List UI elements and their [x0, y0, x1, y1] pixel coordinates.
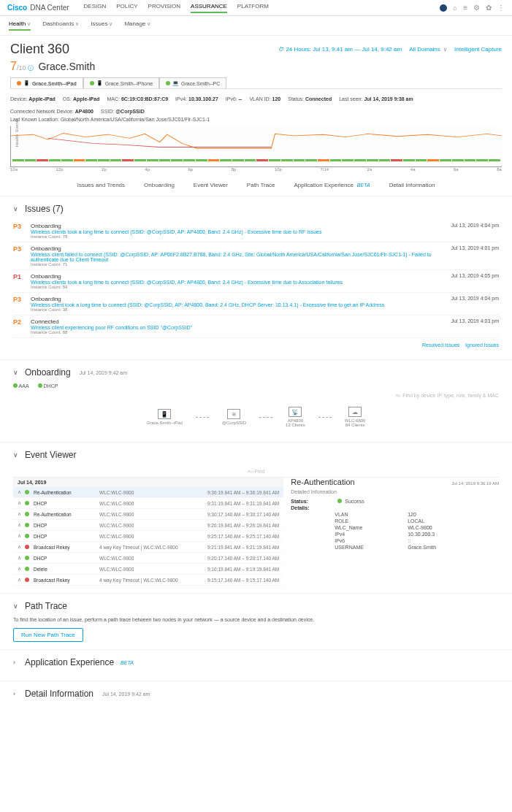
issue-row[interactable]: P3OnboardingWireless clients took a long… [13, 220, 499, 242]
collapse-toggle[interactable]: ∨ [13, 369, 20, 376]
issue-link[interactable]: Wireless clients took a long time to con… [31, 229, 433, 234]
nav-policy[interactable]: POLICY [116, 3, 137, 13]
event-detail-panel: Re-Authentication Jul 14, 2019 9:36:19 A… [291, 478, 499, 586]
issue-row[interactable]: P3OnboardingWireless client failed to co… [13, 242, 499, 270]
tab-pc[interactable]: 💻 Grace.Smith--PC [159, 77, 226, 88]
health-chart[interactable]: Health Events [10, 126, 502, 167]
resolved-issues-link[interactable]: Resolved Issues [422, 342, 459, 348]
device-meta-item: SSID: @CorpSSID [101, 109, 145, 114]
detail-kv: USERNAMEGrace.Smith [335, 545, 499, 550]
expand-icon[interactable]: ∧ [18, 522, 25, 528]
tab-ipad[interactable]: 📱 Grace.Smith--iPad [10, 77, 83, 88]
domain-selector[interactable]: All Domains ∨ [409, 46, 447, 53]
nav-design[interactable]: DESIGN [84, 3, 107, 13]
section-title: Path Trace [25, 601, 67, 611]
expand-icon[interactable]: ∧ [18, 577, 25, 583]
event-row[interactable]: ∧Re-AuthenticationWLC:WLC-98009:36:19.84… [13, 487, 283, 498]
issue-row[interactable]: P2ConnectedWireless client experiencing … [13, 315, 499, 338]
section-nav-item[interactable]: Issues and Trends [77, 182, 125, 188]
collapse-toggle[interactable]: › [13, 690, 20, 697]
issue-row[interactable]: P1OnboardingWireless clients took a long… [13, 270, 499, 293]
tab-iphone[interactable]: 📱 Grace.Smith--iPhone [83, 77, 159, 88]
collapse-toggle[interactable]: ∨ [13, 451, 20, 459]
ignored-issues-link[interactable]: Ignored Issues [465, 342, 499, 348]
help-icon[interactable]: ✿ [486, 4, 492, 12]
nav-provision[interactable]: PROVISION [148, 3, 180, 13]
expand-icon[interactable]: ∧ [18, 500, 25, 506]
beta-tag: BETA [121, 660, 134, 665]
topo-node-ap[interactable]: 📡AP480012 Clients [286, 407, 305, 427]
top-bar: Cisco DNA Center DESIGN POLICY PROVISION… [0, 0, 512, 16]
expand-icon[interactable]: ∧ [18, 489, 25, 495]
status-dot-icon [90, 81, 94, 85]
section-nav-item[interactable]: Application Experience BETA [294, 182, 370, 188]
subnav-issues[interactable]: Issues∨ [91, 20, 112, 31]
priority-badge: P3 [13, 296, 31, 312]
path-trace-section: ∨Path Trace To find the location of an i… [0, 594, 512, 650]
event-row[interactable]: ∧DHCPWLC:WLC-98009:26:19.841 AM – 9:26:1… [13, 520, 283, 531]
subnav-manage[interactable]: Manage∨ [124, 20, 150, 31]
intelligent-capture-link[interactable]: Intelligent Capture [454, 46, 502, 53]
issue-row[interactable]: P3OnboardingWireless client took a long … [13, 293, 499, 315]
health-score: 7 [10, 60, 17, 72]
top-nav: DESIGN POLICY PROVISION ASSURANCE PLATFO… [84, 3, 440, 13]
event-detail-ts: Jul 14, 2019 9:36:19 AM [451, 481, 499, 486]
status-dot-icon [25, 523, 29, 527]
event-row[interactable]: ∧Broadcast Rekey4 way Key Timeout | WLC:… [13, 575, 283, 586]
onboarding-search[interactable]: ≡⌕ Find by device IP, type, role, family… [13, 393, 499, 398]
expand-icon[interactable]: ∧ [18, 533, 25, 539]
event-list: Jul 14, 2019 ∧Re-AuthenticationWLC:WLC-9… [13, 478, 283, 586]
issue-link[interactable]: Wireless client experiencing poor RF con… [31, 325, 433, 330]
event-row[interactable]: ∧Re-AuthenticationWLC:WLC-98009:30:17.14… [13, 509, 283, 520]
status-dot-icon [25, 567, 29, 571]
status-dot-icon [25, 534, 29, 538]
search-icon[interactable]: ⌕ [453, 4, 457, 12]
priority-badge: P2 [13, 318, 31, 334]
time-range[interactable]: ⏱ 24 Hours: Jul 13, 9:41 am — Jul 14, 9:… [278, 46, 402, 53]
priority-badge: P3 [13, 223, 31, 239]
nav-platform[interactable]: PLATFORM [237, 3, 269, 13]
event-row[interactable]: ∧DeleteWLC:WLC-98009:16:19.841 AM – 9:19… [13, 564, 283, 575]
expand-icon[interactable]: ∧ [18, 566, 25, 572]
issue-link[interactable]: Wireless client took a long time to conn… [31, 302, 433, 307]
topo-node-ssid[interactable]: ≋@CorpSSID [222, 409, 246, 425]
top-icons: ⌕ ≡ ⚙ ✿ ⋮ [440, 4, 505, 12]
event-row[interactable]: ∧DHCPWLC:WLC-98009:31:19.841 AM – 9:31:1… [13, 498, 283, 509]
gear-icon[interactable]: ⚙ [473, 4, 480, 12]
event-row[interactable]: ∧DHCPWLC:WLC-98009:25:17.140 AM – 9:25:1… [13, 531, 283, 542]
expand-icon[interactable]: ∧ [18, 544, 25, 550]
client-header: 7/10 ⓘ Grace.Smith 📱 Grace.Smith--iPad 📱… [0, 60, 512, 93]
nav-assurance[interactable]: ASSURANCE [191, 3, 227, 13]
client-name: Grace.Smith [38, 61, 95, 72]
section-nav-item[interactable]: Path Trace [247, 182, 275, 188]
device-meta-item: IPv6: -- [226, 96, 242, 102]
topo-node-client[interactable]: 📱Grace.Smith--iPad [147, 409, 183, 425]
notification-badge[interactable] [440, 4, 447, 12]
event-row[interactable]: ∧Broadcast Rekey4 way Key Timeout | WLC:… [13, 542, 283, 553]
collapse-toggle[interactable]: ∨ [13, 205, 20, 212]
info-icon[interactable]: ⓘ [28, 65, 34, 72]
detail-kv: IPv6:: [335, 538, 499, 543]
issue-link[interactable]: Wireless client failed to connect (SSID:… [31, 252, 433, 262]
section-title: Event Viewer [25, 450, 76, 460]
section-nav-item[interactable]: Onboarding [144, 182, 175, 188]
subnav-health[interactable]: Health∨ [9, 20, 31, 31]
device-meta-item: Connected Network Device: AP4800 [10, 109, 93, 114]
issue-link[interactable]: Wireless clients took a long time to con… [31, 280, 433, 285]
expand-icon[interactable]: ∧ [18, 511, 25, 517]
status-dot-icon [25, 578, 29, 582]
app-experience-section: ›Application ExperienceBETA [0, 650, 512, 681]
section-nav-item[interactable]: Detail Information [389, 182, 435, 188]
status-dot-icon [13, 383, 18, 388]
topo-node-wlc[interactable]: ☁WLC-980084 Clients [345, 407, 366, 427]
list-icon[interactable]: ≡ [463, 4, 467, 12]
subnav-dashboards[interactable]: Dashboards∨ [42, 20, 79, 31]
event-search[interactable]: ≡⌕ Find [13, 466, 499, 478]
run-path-trace-button[interactable]: Run New Path Trace [13, 628, 83, 642]
event-row[interactable]: ∧DHCPWLC:WLC-98009:20:17.140 AM – 9:20:1… [13, 553, 283, 564]
menu-icon[interactable]: ⋮ [497, 4, 505, 12]
collapse-toggle[interactable]: › [13, 659, 20, 666]
section-nav-item[interactable]: Event Viewer [194, 182, 228, 188]
expand-icon[interactable]: ∧ [18, 555, 25, 561]
collapse-toggle[interactable]: ∨ [13, 602, 20, 610]
